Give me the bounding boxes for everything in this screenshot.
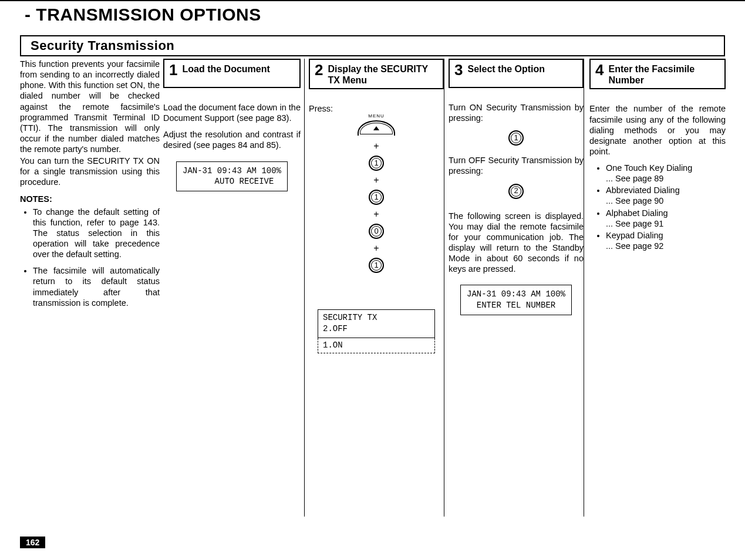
round-key-1a: 1: [369, 156, 384, 171]
plus-icon: +: [309, 140, 444, 152]
note-2: The facsimile will automatically return …: [33, 265, 160, 308]
menu-arc-icon: [358, 120, 395, 136]
dialing-methods-list: One Touch Key Dialing ... See page 89 Ab…: [606, 163, 726, 251]
menu-key-icon: MENU: [358, 120, 395, 136]
step-1-number: 1: [169, 62, 177, 77]
dial-method-1: One Touch Key Dialing ... See page 89: [606, 163, 726, 184]
dial-method-4-ref: ... See page 92: [606, 241, 726, 251]
dial-method-3-ref: ... See page 91: [606, 218, 726, 229]
security-tx-row1: SECURITY TX 2.OFF: [318, 309, 435, 338]
dial-method-4: Keypad Dialing ... See page 92: [606, 230, 726, 251]
security-tx-row2: 1.ON: [318, 338, 435, 354]
separator-2: [444, 59, 444, 517]
dial-method-2-name: Abbreviated Dialing: [606, 185, 680, 195]
plus-icon: +: [309, 174, 444, 186]
step-1-text-1: Load the document face down in the Docum…: [163, 102, 301, 123]
step-3-column: 3 Select the Option Turn ON Security Tra…: [449, 59, 584, 528]
step-2-body: Press: MENU + 1 + 1 + 0 + 1: [309, 103, 444, 353]
step-2-title: Display the SECURITY TX Menu: [328, 62, 438, 86]
step-3-after-text: The following screen is displayed. You m…: [449, 211, 584, 275]
step-3-number: 3: [454, 62, 463, 77]
step-2-number: 2: [315, 62, 323, 77]
step-3-header: 3 Select the Option: [449, 59, 584, 88]
dial-method-2-ref: ... See page 90: [606, 195, 726, 206]
step-4-number: 4: [595, 62, 604, 77]
step-4-body: Enter the number of the remote facsimile…: [589, 103, 726, 251]
separator-1: [304, 59, 305, 517]
step-3-body: Turn ON Security Transmission by pressin…: [449, 102, 584, 320]
dial-method-2: Abbreviated Dialing ... See page 90: [606, 185, 726, 206]
key-sequence: MENU + 1 + 1 + 0 + 1: [309, 120, 444, 274]
section-header-box: Security Transmission: [20, 35, 725, 56]
section-title: Security Transmission: [31, 38, 174, 53]
intro-column: This function prevents your facsimile fr…: [20, 59, 160, 528]
step-1-column: 1 Load the Document Load the document fa…: [163, 59, 301, 528]
step-1-lcd: JAN-31 09:43 AM 100% AUTO RECEIVE: [176, 161, 288, 192]
step-2-header: 2 Display the SECURITY TX Menu: [309, 59, 444, 89]
dial-method-3-name: Alphabet Dialing: [606, 208, 668, 218]
plus-icon: +: [309, 208, 444, 220]
round-key-1c: 1: [369, 258, 384, 273]
up-triangle-icon: [373, 126, 379, 130]
step-1-title: Load the Document: [182, 62, 269, 75]
dial-method-4-name: Keypad Dialing: [606, 231, 663, 240]
dial-method-1-name: One Touch Key Dialing: [606, 163, 692, 173]
dial-method-3: Alphabet Dialing ... See page 91: [606, 208, 726, 229]
step-4-column: 4 Enter the Facsimile Number Enter the n…: [589, 59, 726, 528]
step-4-title: Enter the Facsimile Number: [608, 62, 720, 86]
intro-para-1: This function prevents your facsimile fr…: [20, 59, 160, 154]
plus-icon: +: [309, 242, 444, 254]
separator-3: [584, 59, 584, 517]
step-3-off-text: Turn OFF Security Transmission by pressi…: [449, 155, 584, 176]
note-1: To change the default setting of this fu…: [33, 207, 160, 260]
intro-para-2: You can turn the SECURITY TX ON for a si…: [20, 156, 160, 187]
security-tx-display: SECURITY TX 2.OFF 1.ON: [318, 309, 435, 354]
page-number: 162: [20, 537, 45, 548]
dial-method-1-ref: ... See page 89: [606, 173, 726, 184]
step-3-on-text: Turn ON Security Transmission by pressin…: [449, 102, 584, 123]
round-key-1b: 1: [369, 190, 384, 205]
content-area: This function prevents your facsimile fr…: [20, 59, 725, 528]
step-3-title: Select the Option: [467, 62, 545, 75]
step-1-body: Load the document face down in the Docum…: [163, 102, 301, 196]
step-3-lcd: JAN-31 09:43 AM 100% ENTER TEL NUMBER: [460, 285, 572, 315]
step-4-header: 4 Enter the Facsimile Number: [589, 59, 726, 89]
step-2-column: 2 Display the SECURITY TX Menu Press: ME…: [309, 59, 444, 528]
menu-key-label: MENU: [358, 113, 395, 119]
notes-heading: NOTES:: [20, 194, 160, 204]
step-1-text-2: Adjust the resolution and contrast if de…: [163, 129, 301, 150]
step-1-header: 1 Load the Document: [163, 59, 301, 88]
chapter-title: - TRANSMISSION OPTIONS: [0, 1, 745, 31]
notes-list: To change the default setting of this fu…: [33, 207, 160, 308]
on-key-icon: 1: [508, 130, 524, 146]
round-key-0: 0: [369, 224, 384, 239]
off-key-icon: 2: [508, 184, 524, 199]
step-4-text: Enter the number of the remote facsimile…: [589, 103, 726, 157]
